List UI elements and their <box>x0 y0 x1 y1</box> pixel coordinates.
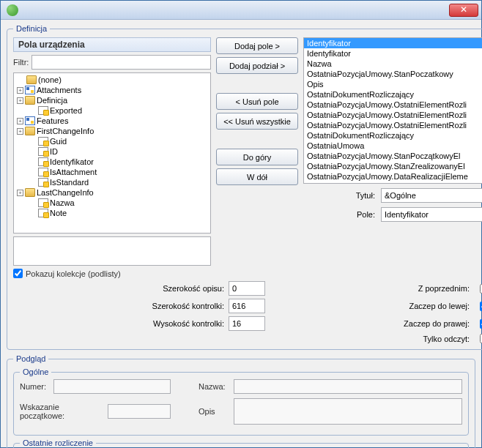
tree-item-label: Note <box>50 209 67 217</box>
close-button[interactable]: ✕ <box>449 4 478 17</box>
tree-item[interactable]: Guid <box>15 136 209 146</box>
list-item[interactable]: OstatniaPozycjaUmowy.StanPoczątkowyEl <box>304 151 482 161</box>
anchor-right-label: Zaczep do prawej: <box>396 319 470 328</box>
description-label: Opis <box>199 407 231 416</box>
selected-fields-list[interactable]: IdentyfikatorIdentyfikatorNazwaOstatniaP… <box>303 37 482 184</box>
tree-item-label: LastChangeInfo <box>37 188 94 197</box>
desc-width-label: Szerokość opisu: <box>145 284 224 293</box>
list-item[interactable]: OstatniaPozycjaUmowy.OstatniElementRozli <box>304 110 482 120</box>
definition-fieldset: Definicja Pola urządzenia Filtr: (none)+… <box>7 24 482 350</box>
tree-item[interactable]: Exported <box>15 105 209 116</box>
tree-item[interactable]: IsStandard <box>15 177 209 187</box>
expand-icon[interactable]: + <box>17 128 23 135</box>
remove-all-button[interactable]: << Usuń wszystkie <box>216 113 298 130</box>
tree-item-label: FirstChangeInfo <box>37 127 94 135</box>
move-up-button[interactable]: Do góry <box>216 149 298 165</box>
ctrl-height-label: Wysokość kontrolki: <box>145 319 224 328</box>
ctrl-height-input[interactable] <box>229 316 265 331</box>
expand-icon[interactable]: + <box>17 87 23 94</box>
folder-icon <box>25 188 35 197</box>
prop-icon <box>38 157 48 166</box>
initial-indication-field[interactable] <box>108 404 171 419</box>
tree-item[interactable]: +FirstChangeInfo <box>15 126 209 136</box>
field-tree[interactable]: (none)+Attachments+DefinicjaExported+Fea… <box>13 72 211 234</box>
expand-icon[interactable]: + <box>17 118 23 124</box>
titlebar: ✕ <box>1 1 481 20</box>
with-prev-label: Z poprzednim: <box>396 284 470 293</box>
anchor-left-label: Zaczep do lewej: <box>396 302 470 310</box>
blue-icon <box>25 86 35 94</box>
tree-item-label: IsAttachment <box>50 168 97 176</box>
list-item[interactable]: OstatniaPozycjaUmowy.StanZrealizowanyEl <box>304 161 482 171</box>
tree-item-label: (none) <box>38 75 62 84</box>
prop-icon <box>38 106 48 115</box>
add-section-button[interactable]: Dodaj podział > <box>216 57 298 74</box>
tree-item-label: Nazwa <box>50 198 75 207</box>
list-item[interactable]: OstatniDokumentRozliczający <box>304 130 482 141</box>
general-fieldset: Ogólne Numer: Nazwa: Wskazanie początkow… <box>13 367 469 436</box>
last-settlement-legend: Ostatnie rozliczenie <box>20 438 96 447</box>
number-field[interactable] <box>53 379 171 394</box>
list-item[interactable]: OstatniDokumentRozliczający <box>304 89 482 100</box>
tree-item[interactable]: Note <box>15 208 209 218</box>
list-item[interactable]: Identyfikator <box>304 48 482 59</box>
tree-item[interactable]: (none) <box>15 75 209 85</box>
tree-item[interactable]: +Attachments <box>15 85 209 95</box>
preview-fieldset: Podgląd Ogólne Numer: Nazwa: Wskazanie p… <box>7 354 475 448</box>
expand-icon[interactable]: + <box>17 97 23 104</box>
prop-icon <box>38 178 48 187</box>
name-field[interactable] <box>234 379 462 394</box>
tree-item-label: Exported <box>50 106 82 115</box>
readonly-label: Tylko odczyt: <box>396 335 470 343</box>
tree-item-label: IsStandard <box>50 178 89 187</box>
add-field-button[interactable]: Dodaj pole > <box>216 37 298 54</box>
list-item[interactable]: OstatniaPozycjaUmowy.DataRealizacjiEleme <box>304 171 482 182</box>
tree-item-label: Features <box>37 116 68 125</box>
filter-input[interactable] <box>31 55 211 70</box>
initial-indication-label: Wskazanie początkowe: <box>20 403 105 420</box>
field-label: Pole: <box>303 210 381 219</box>
list-item[interactable]: OstatniaPozycjaUmowy.OstatniElementRozli <box>304 120 482 130</box>
list-item[interactable]: OstatniaPozycjaUmowy.OstatniElementRozli <box>304 100 482 110</box>
ctrl-width-input[interactable] <box>229 299 265 313</box>
tree-item[interactable]: IsAttachment <box>15 167 209 177</box>
prop-icon <box>38 209 48 217</box>
window: ✕ Definicja Pola urządzenia Filtr: (none… <box>0 0 482 448</box>
section-title: Pola urządzenia <box>13 37 211 52</box>
tree-item-label: ID <box>50 147 58 156</box>
tree-item-label: Attachments <box>37 86 81 94</box>
list-item[interactable]: Nazwa <box>304 59 482 69</box>
move-down-button[interactable]: W dół <box>216 168 298 185</box>
tree-item[interactable]: +Features <box>15 116 209 126</box>
filter-label: Filtr: <box>13 58 29 67</box>
prop-icon <box>38 168 48 176</box>
expand-icon[interactable]: + <box>17 190 23 196</box>
list-item[interactable]: Identyfikator <box>304 38 482 48</box>
folder-icon <box>26 75 37 84</box>
show-collections-label[interactable]: Pokazuj kolekcje (podlisty) <box>26 269 121 278</box>
description-field[interactable] <box>234 398 462 425</box>
title-input[interactable] <box>381 188 482 203</box>
desc-width-input[interactable] <box>229 281 265 296</box>
show-collections-checkbox[interactable] <box>13 269 23 278</box>
tree-item[interactable]: Nazwa <box>15 198 209 208</box>
blue-icon <box>25 116 35 125</box>
tree-item-label: Guid <box>50 137 67 146</box>
tree-item[interactable]: ID <box>15 146 209 157</box>
tree-item[interactable]: Identyfikator <box>15 157 209 167</box>
list-item[interactable]: Opis <box>304 79 482 89</box>
title-label: Tytuł: <box>303 191 381 200</box>
remove-field-button[interactable]: < Usuń pole <box>216 93 298 110</box>
tree-item[interactable]: +LastChangeInfo <box>15 187 209 198</box>
list-item[interactable]: OstatniaPozycjaUmowy.StanPoczatkowy <box>304 69 482 79</box>
tree-item-label: Identyfikator <box>50 157 94 166</box>
name-label: Nazwa: <box>199 382 231 391</box>
field-input[interactable] <box>381 207 482 222</box>
list-item[interactable]: OstatniaUmowa <box>304 182 482 184</box>
definition-legend: Definicja <box>13 24 50 33</box>
number-label: Numer: <box>20 382 51 391</box>
prop-icon <box>38 147 48 156</box>
list-item[interactable]: OstatniaUmowa <box>304 141 482 151</box>
tree-item[interactable]: +Definicja <box>15 95 209 105</box>
folder-icon <box>25 96 35 105</box>
